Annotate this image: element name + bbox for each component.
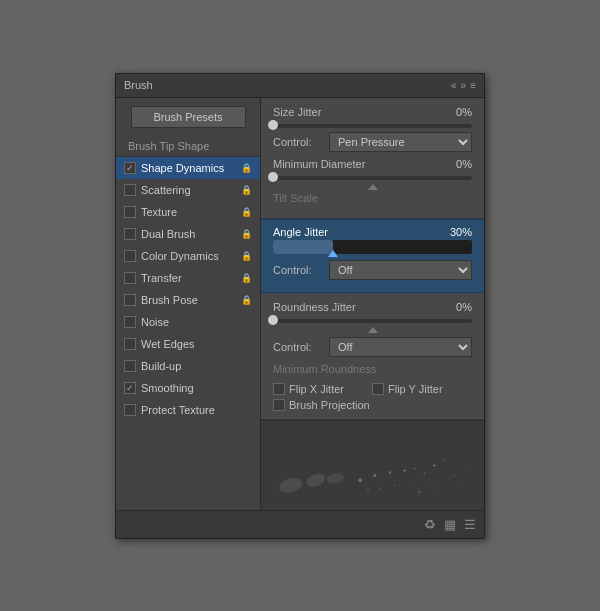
- panel-controls: « » ≡: [451, 80, 476, 91]
- size-jitter-slider[interactable]: [273, 124, 472, 128]
- angle-jitter-label: Angle Jitter: [273, 226, 437, 238]
- flip-y-label: Flip Y Jitter: [388, 383, 443, 395]
- menu-bottom-icon[interactable]: ☰: [464, 517, 476, 532]
- recycle-icon[interactable]: ♻: [424, 517, 436, 532]
- angle-jitter-control-row: Control: Off Fade Pen Pressure Pen Tilt …: [273, 260, 472, 280]
- min-roundness-row: Minimum Roundness: [273, 363, 472, 375]
- lock-icon-scattering: 🔒: [240, 184, 252, 196]
- sidebar-item-noise[interactable]: Noise: [116, 311, 260, 333]
- collapse-icon[interactable]: «: [451, 80, 457, 91]
- min-diameter-thumb[interactable]: [268, 172, 278, 182]
- label-dual-brush: Dual Brush: [141, 228, 195, 240]
- brush-panel: Brush « » ≡ Brush Presets Brush Tip Shap…: [115, 73, 485, 539]
- sidebar-item-scattering[interactable]: Scattering 🔒: [116, 179, 260, 201]
- svg-point-16: [418, 491, 420, 493]
- checkbox-buildup[interactable]: [124, 360, 136, 372]
- roundness-jitter-section: Roundness Jitter 0% Control: Off: [261, 293, 484, 420]
- sidebar-item-texture[interactable]: Texture 🔒: [116, 201, 260, 223]
- roundness-triangle: [368, 327, 378, 333]
- flip-y-checkbox[interactable]: [372, 383, 384, 395]
- size-jitter-thumb[interactable]: [268, 120, 278, 130]
- sidebar-item-brush-pose[interactable]: Brush Pose 🔒: [116, 289, 260, 311]
- svg-point-5: [389, 471, 391, 473]
- size-jitter-control-select[interactable]: Pen Pressure Off Fade Pen Tilt Stylus Wh…: [329, 132, 472, 152]
- bottom-bar: ♻ ▦ ☰: [116, 510, 484, 538]
- flip-y-item[interactable]: Flip Y Jitter: [372, 383, 443, 395]
- label-brush-pose: Brush Pose: [141, 294, 198, 306]
- min-diameter-track[interactable]: [273, 176, 472, 180]
- checkbox-color-dynamics[interactable]: [124, 250, 136, 262]
- angle-jitter-bar[interactable]: [273, 240, 472, 254]
- min-diameter-label: Minimum Diameter: [273, 158, 437, 170]
- roundness-divider: [273, 327, 472, 333]
- size-jitter-control-label: Control:: [273, 136, 323, 148]
- flip-x-checkbox[interactable]: [273, 383, 285, 395]
- size-jitter-control-row: Control: Pen Pressure Off Fade Pen Tilt …: [273, 132, 472, 152]
- sidebar-item-color-dynamics[interactable]: Color Dynamics 🔒: [116, 245, 260, 267]
- roundness-jitter-thumb[interactable]: [268, 315, 278, 325]
- sidebar-item-wet-edges[interactable]: Wet Edges: [116, 333, 260, 355]
- sidebar-item-shape-dynamics[interactable]: ✓ Shape Dynamics 🔒: [116, 157, 260, 179]
- svg-point-8: [424, 472, 426, 474]
- checkbox-scattering[interactable]: [124, 184, 136, 196]
- sidebar: Brush Presets Brush Tip Shape ✓ Shape Dy…: [116, 98, 261, 510]
- tilt-scale-label: Tilt Scale: [273, 192, 437, 204]
- label-buildup: Build-up: [141, 360, 181, 372]
- checkbox-noise[interactable]: [124, 316, 136, 328]
- angle-jitter-fill: [273, 240, 333, 254]
- svg-point-9: [433, 464, 435, 466]
- svg-point-13: [379, 487, 381, 489]
- roundness-jitter-slider[interactable]: [273, 319, 472, 323]
- tilt-scale-triangle: [368, 184, 378, 190]
- sidebar-item-transfer[interactable]: Transfer 🔒: [116, 267, 260, 289]
- svg-point-14: [394, 484, 395, 485]
- lock-icon-color-dynamics: 🔒: [240, 250, 252, 262]
- min-diameter-row: Minimum Diameter 0%: [273, 158, 472, 170]
- roundness-jitter-track[interactable]: [273, 319, 472, 323]
- checkbox-brush-pose[interactable]: [124, 294, 136, 306]
- min-roundness-label: Minimum Roundness: [273, 363, 437, 375]
- sidebar-item-smoothing[interactable]: ✓ Smoothing: [116, 377, 260, 399]
- brush-presets-button[interactable]: Brush Presets: [131, 106, 246, 128]
- roundness-jitter-value: 0%: [437, 301, 472, 313]
- size-jitter-track[interactable]: [273, 124, 472, 128]
- checkbox-texture[interactable]: [124, 206, 136, 218]
- svg-point-3: [358, 478, 362, 482]
- svg-point-21: [468, 469, 469, 470]
- checkbox-shape-dynamics[interactable]: ✓: [124, 162, 136, 174]
- angle-jitter-control-select[interactable]: Off Fade Pen Pressure Pen Tilt Stylus Wh…: [329, 260, 472, 280]
- roundness-jitter-control-select[interactable]: Off Fade Pen Pressure Pen Tilt Stylus Wh…: [329, 337, 472, 357]
- checkbox-protect-texture[interactable]: [124, 404, 136, 416]
- svg-point-12: [367, 489, 369, 491]
- size-jitter-section: Size Jitter 0% Control: Pen Pressure Off…: [261, 98, 484, 219]
- svg-point-15: [409, 482, 410, 483]
- checkbox-transfer[interactable]: [124, 272, 136, 284]
- checkbox-dual-brush[interactable]: [124, 228, 136, 240]
- sidebar-item-buildup[interactable]: Build-up: [116, 355, 260, 377]
- size-jitter-value: 0%: [437, 106, 472, 118]
- sidebar-item-dual-brush[interactable]: Dual Brush 🔒: [116, 223, 260, 245]
- brush-projection-item[interactable]: Brush Projection: [273, 399, 472, 411]
- checkbox-wet-edges[interactable]: [124, 338, 136, 350]
- angle-jitter-control-label: Control:: [273, 264, 323, 276]
- grid-icon[interactable]: ▦: [444, 517, 456, 532]
- angle-jitter-thumb[interactable]: [328, 250, 338, 257]
- lock-icon-dual-brush: 🔒: [240, 228, 252, 240]
- svg-point-6: [404, 469, 406, 471]
- angle-jitter-row: Angle Jitter 30%: [273, 226, 472, 238]
- min-diameter-value: 0%: [437, 158, 472, 170]
- checkbox-smoothing[interactable]: ✓: [124, 382, 136, 394]
- svg-point-7: [414, 467, 416, 469]
- sidebar-item-protect-texture[interactable]: Protect Texture: [116, 399, 260, 421]
- svg-point-18: [439, 487, 440, 488]
- tilt-scale-divider: [273, 184, 472, 190]
- menu-icon[interactable]: ≡: [470, 80, 476, 91]
- brush-preview-area: [261, 420, 484, 510]
- expand-icon[interactable]: »: [461, 80, 467, 91]
- min-diameter-slider[interactable]: [273, 176, 472, 180]
- content-area: Size Jitter 0% Control: Pen Pressure Off…: [261, 98, 484, 510]
- flip-x-item[interactable]: Flip X Jitter: [273, 383, 344, 395]
- brush-projection-checkbox[interactable]: [273, 399, 285, 411]
- label-texture: Texture: [141, 206, 177, 218]
- label-smoothing: Smoothing: [141, 382, 194, 394]
